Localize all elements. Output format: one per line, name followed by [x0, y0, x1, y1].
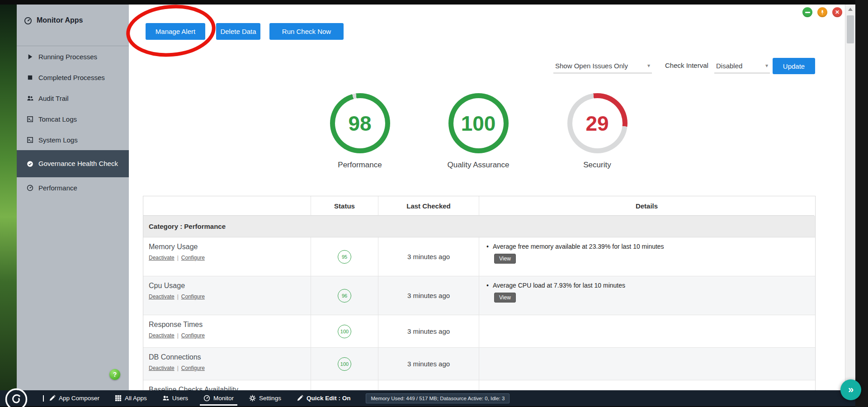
- expand-panel-button[interactable]: »: [840, 379, 861, 400]
- taskbar-item-label: Settings: [259, 395, 281, 402]
- taskbar-item-app-composer[interactable]: App Composer: [43, 395, 99, 402]
- check-interval-value: Disabled: [716, 62, 742, 70]
- deactivate-link[interactable]: Deactivate: [149, 332, 175, 339]
- table-row: Baseline Checks Availability: [143, 380, 815, 390]
- pencil-icon: [297, 395, 303, 402]
- header-cell-status: Status: [311, 196, 378, 216]
- sidebar-item-audit-trail[interactable]: Audit Trail: [17, 88, 129, 109]
- sidebar-item-performance[interactable]: Performance: [17, 177, 129, 198]
- health-check-table: Status Last Checked Details Category : P…: [143, 196, 816, 390]
- check-circle-icon: [27, 161, 33, 167]
- status-badge: 100: [338, 357, 351, 371]
- header-cell-last-checked: Last Checked: [378, 196, 479, 216]
- view-button[interactable]: View: [494, 293, 516, 303]
- gauge-label: Performance: [315, 161, 405, 170]
- sidebar-item-label: Running Processes: [38, 53, 97, 61]
- table-row: Cpu Usage Deactivate|Configure 96 3 minu…: [143, 276, 815, 315]
- show-issues-value: Show Open Issues Only: [555, 62, 628, 70]
- check-name: Cpu Usage: [149, 282, 311, 290]
- gauge-value: 100: [448, 93, 509, 153]
- chevron-down-icon: ▾: [647, 62, 650, 69]
- manage-alert-button[interactable]: Manage Alert: [146, 23, 205, 40]
- sidebar-item-label: Audit Trail: [38, 95, 69, 102]
- status-badge: 95: [338, 250, 351, 264]
- sidebar-title: Monitor Apps: [37, 16, 83, 24]
- deactivate-link[interactable]: Deactivate: [149, 255, 175, 261]
- taskbar-item-label: Users: [172, 395, 188, 402]
- help-button[interactable]: ?: [109, 369, 120, 380]
- log-icon: [27, 116, 33, 123]
- gauge-ring: 29: [567, 93, 627, 153]
- last-checked: 3 minutes ago: [378, 315, 479, 347]
- check-interval-select[interactable]: Disabled ▾: [714, 58, 770, 73]
- delete-data-button[interactable]: Delete Data: [216, 23, 260, 40]
- main-content: Manage Alert Delete Data Run Check Now ✕…: [129, 5, 845, 390]
- stop-icon: [27, 74, 33, 81]
- desktop-right-strip: [855, 0, 868, 407]
- sidebar-item-label: Tomcat Logs: [38, 115, 77, 123]
- minimize-button[interactable]: [802, 7, 812, 17]
- divider: [43, 395, 44, 402]
- gauge-value: 29: [567, 93, 627, 153]
- view-button[interactable]: View: [494, 254, 516, 264]
- table-header-row: Status Last Checked Details: [143, 196, 815, 216]
- gauge-performance: 98 Performance: [315, 93, 405, 170]
- question-mark-icon: ?: [113, 371, 117, 378]
- taskbar-item-monitor[interactable]: Monitor: [203, 395, 234, 402]
- desktop-wallpaper-strip: [0, 5, 17, 390]
- users-icon: [162, 395, 169, 402]
- run-check-now-button[interactable]: Run Check Now: [269, 23, 344, 40]
- bottom-taskbar: App Composer All Apps Users Monitor: [0, 390, 855, 406]
- configure-link[interactable]: Configure: [181, 332, 205, 339]
- scrollbar-thumb[interactable]: [847, 15, 854, 43]
- taskbar-item-settings[interactable]: Settings: [249, 395, 281, 402]
- pin-icon: [820, 9, 825, 15]
- bullet-icon: •: [486, 243, 489, 250]
- category-row: Category : Performance: [143, 216, 815, 237]
- check-name: DB Connections: [149, 353, 311, 361]
- close-button[interactable]: ✕: [832, 7, 842, 17]
- gauge-label: Security: [552, 161, 642, 170]
- check-interval-label: Check Interval: [665, 62, 708, 69]
- configure-link[interactable]: Configure: [181, 293, 205, 300]
- gauge-icon: [27, 185, 33, 191]
- action-separator: |: [177, 365, 179, 371]
- sidebar-item-governance-health-check[interactable]: Governance Health Check: [17, 150, 129, 177]
- action-separator: |: [177, 293, 179, 300]
- grid-icon: [115, 395, 122, 402]
- close-icon: ✕: [835, 9, 840, 15]
- configure-link[interactable]: Configure: [181, 255, 205, 261]
- update-button[interactable]: Update: [773, 58, 815, 74]
- bullet-icon: •: [486, 282, 489, 289]
- gauge-icon: [203, 395, 210, 402]
- compose-icon: [49, 395, 56, 402]
- taskbar-item-label: All Apps: [125, 395, 147, 402]
- show-issues-select[interactable]: Show Open Issues Only ▾: [553, 58, 652, 73]
- sidebar-item-completed-processes[interactable]: Completed Processes: [17, 67, 129, 88]
- taskbar-item-label: Monitor: [213, 395, 234, 402]
- table-row: DB Connections Deactivate|Configure 100 …: [143, 348, 815, 380]
- deactivate-link[interactable]: Deactivate: [149, 293, 175, 300]
- deactivate-link[interactable]: Deactivate: [149, 365, 175, 371]
- status-badge: 100: [338, 325, 351, 338]
- gauge-ring: 100: [448, 93, 509, 153]
- taskbar-item-label: App Composer: [59, 395, 99, 402]
- configure-link[interactable]: Configure: [181, 365, 205, 371]
- pin-button[interactable]: [817, 7, 827, 17]
- sidebar-item-running-processes[interactable]: Running Processes: [17, 46, 129, 67]
- scroll-up-button[interactable]: [845, 5, 855, 14]
- play-icon: [27, 53, 33, 60]
- gauge-icon: [24, 17, 32, 25]
- sidebar: Monitor Apps Running Processes Completed…: [17, 5, 129, 390]
- taskbar-item-users[interactable]: Users: [162, 395, 188, 402]
- sidebar-item-tomcat-logs[interactable]: Tomcat Logs: [17, 109, 129, 129]
- vertical-scrollbar[interactable]: [845, 5, 855, 390]
- taskbar-item-quick-edit[interactable]: Quick Edit : On: [297, 395, 351, 402]
- last-checked: 3 minutes ago: [378, 276, 479, 315]
- sidebar-item-label: Performance: [38, 184, 77, 192]
- sidebar-item-label: System Logs: [38, 136, 78, 144]
- taskbar-item-all-apps[interactable]: All Apps: [115, 395, 147, 402]
- sidebar-item-system-logs[interactable]: System Logs: [17, 129, 129, 150]
- sidebar-item-label: Governance Health Check: [38, 160, 118, 168]
- memory-status-badge: Memory Used: 449 / 517 MB; Datasource Ac…: [366, 393, 509, 403]
